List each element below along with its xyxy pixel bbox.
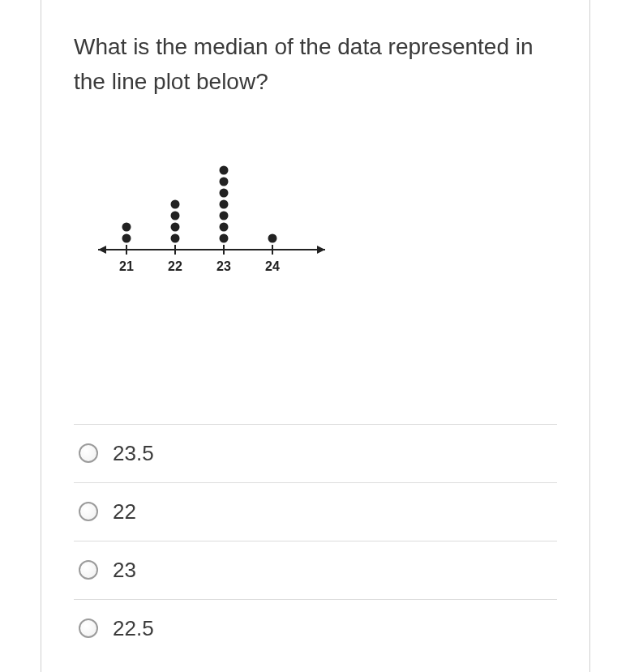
answer-option[interactable]: 22 bbox=[74, 482, 557, 541]
answer-label: 23.5 bbox=[113, 441, 154, 466]
radio-icon bbox=[79, 443, 98, 463]
answer-label: 23 bbox=[113, 558, 136, 583]
svg-point-18 bbox=[220, 199, 229, 208]
svg-point-12 bbox=[171, 199, 180, 208]
svg-marker-1 bbox=[98, 246, 106, 254]
svg-text:21: 21 bbox=[119, 259, 134, 273]
radio-icon bbox=[79, 618, 98, 638]
answer-option[interactable]: 22.5 bbox=[74, 599, 557, 657]
svg-point-5 bbox=[122, 233, 131, 242]
answer-label: 22.5 bbox=[113, 616, 154, 641]
svg-text:24: 24 bbox=[265, 259, 280, 273]
svg-point-6 bbox=[122, 222, 131, 231]
svg-point-21 bbox=[220, 165, 229, 174]
answer-option[interactable]: 23 bbox=[74, 541, 557, 599]
svg-point-10 bbox=[171, 222, 180, 231]
svg-point-19 bbox=[220, 188, 229, 197]
svg-point-17 bbox=[220, 211, 229, 220]
svg-point-9 bbox=[171, 233, 180, 242]
line-plot-svg: 21222324 bbox=[82, 132, 341, 286]
radio-icon bbox=[79, 502, 98, 521]
svg-text:23: 23 bbox=[216, 259, 231, 273]
answer-list: 23.5 22 23 22.5 bbox=[74, 424, 557, 657]
svg-point-11 bbox=[171, 211, 180, 220]
question-text: What is the median of the data represent… bbox=[74, 29, 557, 100]
svg-text:22: 22 bbox=[168, 259, 182, 273]
radio-icon bbox=[79, 560, 98, 580]
svg-point-15 bbox=[220, 233, 229, 242]
answer-option[interactable]: 23.5 bbox=[74, 424, 557, 482]
answer-label: 22 bbox=[113, 499, 136, 524]
line-plot: 21222324 bbox=[74, 132, 557, 416]
svg-marker-2 bbox=[317, 246, 325, 254]
svg-point-20 bbox=[220, 177, 229, 186]
svg-point-16 bbox=[220, 222, 229, 231]
question-panel: What is the median of the data represent… bbox=[41, 0, 590, 672]
svg-point-24 bbox=[268, 233, 277, 242]
